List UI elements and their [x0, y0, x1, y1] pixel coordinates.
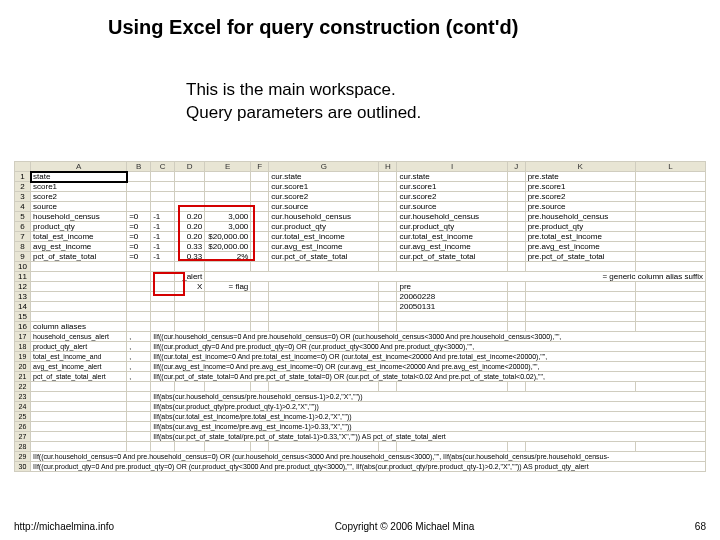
- cell[interactable]: [379, 382, 397, 392]
- cell[interactable]: [251, 262, 269, 272]
- cell[interactable]: column aliases: [31, 322, 127, 332]
- cell[interactable]: [269, 442, 379, 452]
- cell[interactable]: [507, 222, 525, 232]
- cell[interactable]: -1: [151, 212, 175, 222]
- cell[interactable]: IIf(abs(cur.total_est_income/pre.total_e…: [151, 412, 706, 422]
- cell[interactable]: [635, 302, 705, 312]
- cell[interactable]: [127, 422, 151, 432]
- cell[interactable]: cur.total_est_income: [269, 232, 379, 242]
- cell[interactable]: [379, 322, 397, 332]
- cell[interactable]: [251, 242, 269, 252]
- cell[interactable]: pre.state: [525, 172, 635, 182]
- cell[interactable]: [205, 442, 251, 452]
- cell[interactable]: [127, 292, 151, 302]
- cell[interactable]: avg_est_income_alert: [31, 362, 127, 372]
- cell[interactable]: [251, 182, 269, 192]
- cell[interactable]: cur.pct_of_state_total: [397, 252, 507, 262]
- col-header[interactable]: F: [251, 162, 269, 172]
- cell[interactable]: product_qty: [31, 222, 127, 232]
- cell[interactable]: IIf(abs(cur.household_census/pre.househo…: [151, 392, 706, 402]
- cell[interactable]: [379, 172, 397, 182]
- cell[interactable]: IIf(abs(cur.avg_est_income/pre.avg_est_i…: [151, 422, 706, 432]
- cell[interactable]: [507, 202, 525, 212]
- cell[interactable]: [205, 262, 251, 272]
- cell[interactable]: [251, 222, 269, 232]
- cell[interactable]: [635, 442, 705, 452]
- cell[interactable]: [525, 282, 635, 292]
- cell[interactable]: [151, 312, 175, 322]
- col-header[interactable]: J: [507, 162, 525, 172]
- cell[interactable]: [151, 442, 175, 452]
- cell[interactable]: [635, 232, 705, 242]
- row-header[interactable]: 12: [15, 282, 31, 292]
- cell[interactable]: [151, 382, 175, 392]
- cell[interactable]: [525, 292, 635, 302]
- cell[interactable]: [127, 432, 151, 442]
- cell[interactable]: total_est_income: [31, 232, 127, 242]
- cell[interactable]: [379, 312, 397, 322]
- cell[interactable]: cur.score1: [269, 182, 379, 192]
- cell[interactable]: [251, 312, 269, 322]
- row-header[interactable]: 22: [15, 382, 31, 392]
- cell[interactable]: pre: [397, 282, 507, 292]
- cell[interactable]: [127, 312, 151, 322]
- cell[interactable]: [507, 262, 525, 272]
- row-header[interactable]: 30: [15, 462, 31, 472]
- cell[interactable]: [379, 222, 397, 232]
- cell[interactable]: pre.total_est_income: [525, 232, 635, 242]
- cell[interactable]: cur.source: [269, 202, 379, 212]
- row-header[interactable]: 26: [15, 422, 31, 432]
- cell[interactable]: [251, 442, 269, 452]
- cell[interactable]: [507, 312, 525, 322]
- cell[interactable]: [507, 212, 525, 222]
- cell[interactable]: ,: [127, 362, 151, 372]
- cell[interactable]: IIf((cur.household_census=0 And pre.hous…: [151, 332, 706, 342]
- cell[interactable]: _alert: [175, 272, 205, 282]
- cell[interactable]: [525, 382, 635, 392]
- cell[interactable]: [205, 382, 251, 392]
- cell[interactable]: [397, 382, 507, 392]
- cell[interactable]: household_census: [31, 212, 127, 222]
- row-header[interactable]: 28: [15, 442, 31, 452]
- cell[interactable]: 2%: [205, 252, 251, 262]
- cell[interactable]: [31, 262, 127, 272]
- cell[interactable]: [525, 442, 635, 452]
- cell[interactable]: [397, 262, 507, 272]
- cell[interactable]: 3,000: [205, 212, 251, 222]
- row-header[interactable]: 11: [15, 272, 31, 282]
- cell[interactable]: [379, 252, 397, 262]
- cell[interactable]: 3,000: [205, 222, 251, 232]
- cell[interactable]: $20,000.00: [205, 242, 251, 252]
- cell[interactable]: cur.state: [397, 172, 507, 182]
- cell[interactable]: [151, 262, 175, 272]
- cell[interactable]: [205, 312, 251, 322]
- cell[interactable]: [31, 382, 127, 392]
- cell[interactable]: IIf((cur.product_qty=0 And pre.product_q…: [151, 342, 706, 352]
- cell[interactable]: [507, 382, 525, 392]
- cell[interactable]: [31, 412, 127, 422]
- cell[interactable]: [127, 302, 151, 312]
- row-header[interactable]: 9: [15, 252, 31, 262]
- cell[interactable]: cur.pct_of_state_total: [269, 252, 379, 262]
- cell[interactable]: [251, 212, 269, 222]
- row-header[interactable]: 16: [15, 322, 31, 332]
- cell[interactable]: [379, 212, 397, 222]
- cell[interactable]: [635, 292, 705, 302]
- cell[interactable]: cur.household_census: [269, 212, 379, 222]
- cell[interactable]: [525, 322, 635, 332]
- cell[interactable]: [251, 172, 269, 182]
- cell[interactable]: -1: [151, 242, 175, 252]
- row-header[interactable]: 5: [15, 212, 31, 222]
- cell[interactable]: cur.avg_est_income: [269, 242, 379, 252]
- cell[interactable]: [205, 192, 251, 202]
- cell[interactable]: [151, 192, 175, 202]
- col-header[interactable]: [15, 162, 31, 172]
- cell[interactable]: [205, 182, 251, 192]
- row-header[interactable]: 23: [15, 392, 31, 402]
- cell[interactable]: avg_est_income: [31, 242, 127, 252]
- cell[interactable]: [507, 182, 525, 192]
- cell[interactable]: [175, 292, 205, 302]
- cell[interactable]: [151, 172, 175, 182]
- cell[interactable]: [251, 282, 269, 292]
- cell[interactable]: [205, 202, 251, 212]
